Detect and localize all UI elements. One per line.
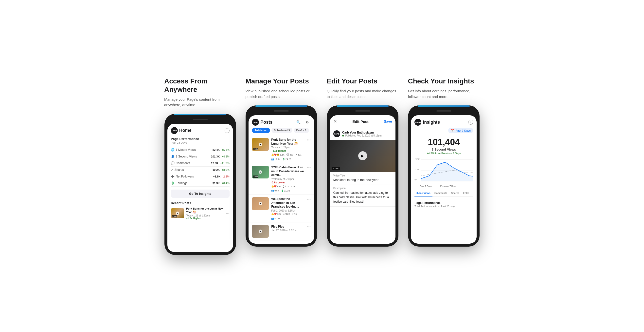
- go-to-insights-button[interactable]: Go To Insights: [171, 190, 230, 198]
- stat-values-earnings: $1.3K +0.4%: [212, 182, 230, 185]
- stat-label-comments: 💬 Comments: [171, 161, 190, 165]
- reactions-2: 👍❤️ 693: [271, 185, 281, 188]
- post-date-4: Jan 27, 2020 at 6:02pm: [271, 229, 304, 232]
- legend-line-prev7: [435, 186, 439, 186]
- save-button[interactable]: Save: [384, 119, 392, 123]
- video-play-button[interactable]: ▶: [358, 151, 367, 160]
- feature-desc-insights: Get info about earnings, performance, fo…: [408, 88, 480, 99]
- shares-stat-1: ↗ 121: [295, 153, 302, 156]
- author-name: Carb Your Enthusiasm: [342, 131, 392, 134]
- post-date-3: Feb 2, 2020 at 5:15pm: [271, 209, 304, 212]
- author-meta: Published Feb 2, 2020 at 5:15pm: [342, 134, 392, 137]
- shares-stat-2: ↗ 66: [290, 185, 295, 188]
- post-title-1: Pork Buns for the Lunar New Year 🎊: [271, 138, 304, 146]
- screen-posts: CARB Posts 🔍 ⚙ Published Scheduled: [248, 115, 314, 240]
- globe-icon: 🌐: [171, 148, 174, 151]
- phone-speaker-insights: [436, 110, 451, 112]
- post-item-2[interactable]: ▶ 3 min S2E4 Cabin Fever Join us in Cana…: [248, 163, 314, 195]
- views-stat-3: 👥 40.4K: [271, 217, 280, 220]
- phone-top-bar-manage: [256, 105, 307, 107]
- filter-icon[interactable]: ⚙: [304, 119, 311, 126]
- stat-values-followers: +1.9K -2.2%: [213, 175, 229, 178]
- screen-home: CARB Home i Page Performance Past 28 Day…: [168, 124, 233, 223]
- stat-label-3sec: 👤 3 Second Views: [171, 155, 197, 158]
- phone-wrapper-edit: ✕ Edit Post Save CARB Carb Your Enthusia…: [324, 105, 401, 247]
- post-more-2[interactable]: •••: [307, 166, 311, 170]
- phone-speaker-manage: [274, 110, 289, 112]
- posts-title: Posts: [260, 120, 272, 125]
- recent-post-item[interactable]: ▶ 3 min Pork Buns for the Lunar New Year…: [171, 207, 230, 220]
- video-preview: ▶ 3 min: [330, 140, 396, 172]
- stat-row-followers: ➕ Net Followers +1.9K -2.2%: [171, 173, 230, 180]
- views-stat-2: 👥 9.6K: [271, 190, 279, 192]
- search-icon[interactable]: 🔍: [295, 119, 302, 126]
- stat-row-3sec: 👤 3 Second Views 201.3K +4.3%: [171, 153, 230, 160]
- phone-top-bar: [174, 114, 226, 115]
- screen-insights: CARB Insights i 📅 Past 7 Days: [411, 115, 476, 210]
- feature-text-insights: Check Your Insights Get info about earni…: [406, 77, 482, 105]
- post-stats-2: 👍❤️ 693 💬 33 ↗ 66: [271, 185, 304, 192]
- views-stat-1: 👥 19.6K: [271, 158, 280, 160]
- author-info: Carb Your Enthusiasm Published Feb 2, 20…: [342, 131, 392, 137]
- stat-row-earnings: 💲 Earnings $1.3K +0.4%: [171, 180, 230, 187]
- posts-search-icons: 🔍 ⚙: [295, 119, 311, 126]
- stat-row-comments: 💬 Comments 12.9K +11.2%: [171, 160, 230, 167]
- feature-title-access: Access From Anywhere: [164, 77, 236, 94]
- more-options-icon[interactable]: •••: [226, 211, 230, 215]
- shares-stat-3: ↗ 76: [292, 213, 296, 215]
- post-more-4[interactable]: •••: [307, 225, 311, 229]
- post-item-1[interactable]: ▶ 3 min Pork Buns for the Lunar New Year…: [248, 135, 314, 163]
- close-button[interactable]: ✕: [333, 119, 337, 124]
- insights-title: Insights: [423, 120, 440, 125]
- post-thumb-2: ▶ 3 min: [252, 166, 269, 179]
- post-title-3: We Spent the Afternoon in San Fransisco …: [271, 197, 304, 209]
- tab-drafts[interactable]: Drafts 8: [294, 128, 309, 133]
- big-number: 101,404: [414, 137, 473, 147]
- stat-values-shares: 10.2K +8.9%: [212, 168, 230, 171]
- phone-wrapper-insights: CARB Insights i 📅 Past 7 Days: [406, 105, 482, 247]
- legend-past7: Past 7 Days: [414, 185, 432, 187]
- page-perf-sub: Total Performance from Past 28 days: [414, 205, 473, 208]
- page-performance-section: Page Performance Total Performance from …: [411, 199, 476, 210]
- tab-comments[interactable]: Comments: [432, 190, 449, 197]
- description-field[interactable]: Description Canned fire-roasted tomatoes…: [330, 184, 396, 207]
- info-icon[interactable]: i: [224, 128, 230, 133]
- big-label: 3 Second Views: [414, 148, 473, 151]
- video-duration: 3 min: [332, 167, 340, 170]
- phone-screen-insights: CARB Insights i 📅 Past 7 Days: [411, 115, 476, 244]
- reactions-1: 👍❤️😮 1.1K: [271, 153, 284, 156]
- post-title-2: S2E4 Cabin Fever Join us in Canada where…: [271, 166, 304, 177]
- recent-post-date: Today 1:21 at 1:21pm: [186, 214, 224, 217]
- y-label-0k: 0K: [414, 179, 417, 181]
- feature-title-insights: Check Your Insights: [408, 77, 480, 85]
- insights-period[interactable]: 📅 Past 7 Days: [448, 128, 473, 133]
- insights-info-icon[interactable]: i: [468, 120, 473, 125]
- post-more-3[interactable]: •••: [307, 197, 311, 201]
- post-info-2: S2E4 Cabin Fever Join us in Canada where…: [271, 166, 304, 192]
- post-item-3[interactable]: ▶ We Spent the Afternoon in San Fransisc…: [248, 195, 314, 222]
- post-more-1[interactable]: •••: [307, 138, 311, 142]
- tab-3sec-views[interactable]: 3-sec Views: [414, 190, 432, 197]
- phone-top-bar-insights: [418, 105, 470, 107]
- reactions-3: 👍❤️ 121: [271, 213, 281, 215]
- phone-notch-area: [168, 117, 233, 124]
- feature-card-manage: Manage Your Posts View published and sch…: [243, 77, 320, 255]
- recent-post-thumb: ▶ 3 min: [171, 208, 184, 218]
- recent-post-info: Pork Buns for the Lunar New Year 🎊 Today…: [186, 207, 224, 220]
- earnings-stat-2: 💲 11.33: [281, 190, 290, 192]
- tab-scheduled[interactable]: Scheduled 3: [272, 128, 292, 133]
- insights-tabs: 3-sec Views Comments Shares Follo: [414, 190, 473, 197]
- earnings-icon: 💲: [171, 182, 174, 185]
- post-item-4[interactable]: ▶ Five Pies Jan 27, 2020 at 6:02pm •••: [248, 222, 314, 240]
- post-stats-1: 👍❤️😮 1.1K 💬 233 ↗ 121: [271, 153, 304, 160]
- recent-post-perf: +1.2x Higher: [186, 217, 224, 220]
- play-icon-1: ▶: [259, 143, 262, 146]
- post-thumb-3: ▶: [252, 197, 269, 210]
- duration-badge-2: 3 min: [253, 176, 258, 178]
- post-thumb-4: ▶: [252, 225, 269, 238]
- tab-published[interactable]: Published: [252, 128, 270, 133]
- post-info-1: Pork Buns for the Lunar New Year 🎊 Today…: [271, 138, 304, 160]
- video-title-field[interactable]: Video Title Manicotti to ring in the new…: [330, 172, 396, 184]
- tab-shares[interactable]: Shares: [449, 190, 461, 197]
- tab-followers[interactable]: Follo: [461, 190, 471, 197]
